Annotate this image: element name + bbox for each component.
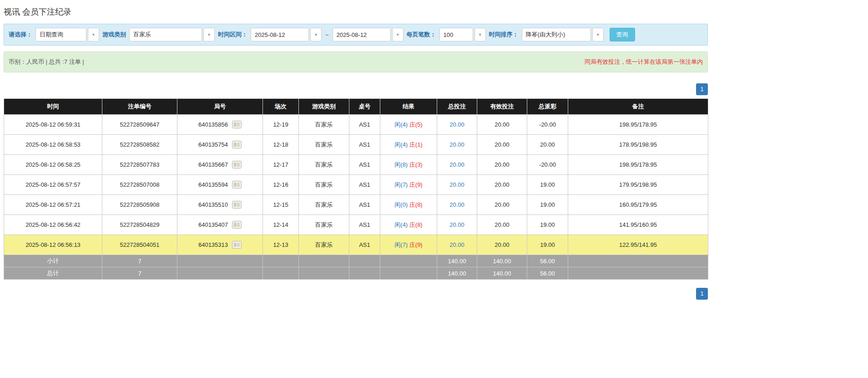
table-row: 2025-08-12 06:59:31522728509647640135856…: [4, 115, 708, 135]
cell-game-type: 百家乐: [299, 195, 349, 215]
game-replay-icon[interactable]: [232, 201, 242, 209]
cell-session: 12-16: [263, 175, 299, 195]
cell-session: 12-18: [263, 135, 299, 155]
cell-game-type: 百家乐: [299, 115, 349, 135]
game-type-label: 游戏类别: [102, 31, 126, 39]
date-from-combo: ▼: [251, 28, 322, 41]
game-replay-icon[interactable]: [232, 121, 242, 128]
search-button[interactable]: 查询: [610, 28, 635, 41]
subtotal-empty-cell: [380, 255, 437, 267]
cell-round: 640135754: [177, 135, 263, 155]
cell-total-bet: 20.00: [437, 175, 477, 195]
game-type-input[interactable]: [129, 28, 202, 41]
result-banker: 庄(1): [409, 141, 423, 148]
table-row: 2025-08-12 06:56:42522728504829640135407…: [4, 215, 708, 235]
game-replay-icon[interactable]: [232, 241, 242, 249]
page-size-caret-button[interactable]: ▼: [474, 28, 486, 41]
date-range-separator: ~: [325, 31, 329, 38]
cell-total-bet: 20.00: [437, 115, 477, 135]
table-row: 2025-08-12 06:56:13522728504051640135313…: [4, 235, 708, 255]
cell-time: 2025-08-12 06:56:42: [4, 215, 102, 235]
subtotal-empty-cell: [349, 255, 380, 267]
cell-game-type: 百家乐: [299, 215, 349, 235]
cell-remark: 198.95/178.95: [568, 155, 708, 175]
column-header: 总投注: [437, 99, 477, 115]
cell-result: 闲(0) 庄(8): [380, 195, 437, 215]
cell-result: 闲(7) 庄(9): [380, 175, 437, 195]
total-bet-link[interactable]: 20.00: [449, 161, 464, 168]
page-number-button[interactable]: 1: [696, 288, 708, 300]
result-player: 闲(7): [394, 241, 408, 248]
table-row: 2025-08-12 06:57:21522728505908640135510…: [4, 195, 708, 215]
cell-bet-id: 522728505908: [102, 195, 177, 215]
cell-round: 640135856: [177, 115, 263, 135]
cell-total-bet: 20.00: [437, 135, 477, 155]
column-header: 备注: [568, 99, 708, 115]
cell-table-no: AS1: [349, 175, 380, 195]
subtotal-empty-cell: [299, 255, 349, 267]
total-bet-link[interactable]: 20.00: [449, 241, 464, 248]
page-size-input[interactable]: [439, 28, 473, 41]
game-replay-icon[interactable]: [232, 141, 242, 148]
column-header: 桌号: [349, 99, 380, 115]
cell-remark: 178.95/198.95: [568, 135, 708, 155]
chevron-down-icon: ▼: [314, 33, 318, 37]
cell-game-type: 百家乐: [299, 155, 349, 175]
query-type-caret-button[interactable]: ▼: [88, 28, 99, 41]
query-type-input[interactable]: [35, 28, 86, 41]
chevron-down-icon: ▼: [396, 33, 399, 37]
round-number: 640135407: [198, 221, 228, 228]
cell-result: 闲(4) 庄(8): [380, 215, 437, 235]
cell-bet-id: 522728509647: [102, 115, 177, 135]
cell-time: 2025-08-12 06:57:57: [4, 175, 102, 195]
total-bet-link[interactable]: 20.00: [449, 141, 464, 148]
result-player: 闲(8): [394, 161, 408, 168]
total-bet-link[interactable]: 20.00: [449, 221, 464, 228]
chevron-down-icon: ▼: [596, 33, 600, 37]
time-sort-label: 时间排序：: [489, 31, 519, 39]
date-from-caret-button[interactable]: ▼: [310, 28, 322, 41]
total-bet-link[interactable]: 20.00: [449, 121, 464, 128]
subtotal-remark: [568, 255, 708, 267]
page: 视讯 会员下注纪录 请选择： ▼ 游戏类别 ▼ 时间区间： ▼ ~ ▼ 每页笔数…: [4, 0, 708, 300]
result-player: 闲(7): [394, 181, 408, 188]
game-type-caret-button[interactable]: ▼: [203, 28, 215, 41]
cell-round: 640135594: [177, 175, 263, 195]
cell-payout: 20.00: [527, 135, 568, 155]
game-replay-icon[interactable]: [232, 221, 242, 229]
round-number: 640135754: [198, 141, 228, 148]
total-empty-cell: [177, 267, 263, 280]
time-sort-combo: ▼: [522, 28, 604, 41]
date-to-input[interactable]: [333, 28, 391, 41]
valid-bet-notice: 同局有效投注，统一计算在该局第一张注单内: [585, 58, 703, 66]
total-bet-link[interactable]: 20.00: [449, 201, 464, 208]
page-number-button[interactable]: 1: [696, 83, 708, 95]
total-empty-cell: [299, 267, 349, 280]
total-total-bet: 140.00: [437, 267, 477, 280]
cell-table-no: AS1: [349, 235, 380, 255]
game-replay-icon[interactable]: [232, 161, 242, 169]
table-row: 2025-08-12 06:58:25522728507783640135667…: [4, 155, 708, 175]
cell-remark: 160.95/179.95: [568, 195, 708, 215]
cell-time: 2025-08-12 06:59:31: [4, 115, 102, 135]
time-sort-input[interactable]: [522, 28, 591, 41]
cell-time: 2025-08-12 06:57:21: [4, 195, 102, 215]
cell-result: 闲(8) 庄(3): [380, 155, 437, 175]
cell-bet-id: 522728504829: [102, 215, 177, 235]
chevron-down-icon: ▼: [92, 33, 96, 37]
filter-bar: 请选择： ▼ 游戏类别 ▼ 时间区间： ▼ ~ ▼ 每页笔数： ▼ 时间排序： …: [4, 24, 708, 46]
cell-payout: 19.00: [527, 235, 568, 255]
total-bet-link[interactable]: 20.00: [449, 181, 464, 188]
result-banker: 庄(5): [409, 121, 423, 128]
time-sort-caret-button[interactable]: ▼: [592, 28, 604, 41]
date-from-input[interactable]: [251, 28, 309, 41]
page-title: 视讯 会员下注纪录: [4, 6, 708, 17]
cell-game-type: 百家乐: [299, 235, 349, 255]
cell-payout: 19.00: [527, 215, 568, 235]
date-to-caret-button[interactable]: ▼: [392, 28, 404, 41]
game-replay-icon[interactable]: [232, 181, 242, 189]
cell-payout: -20.00: [527, 115, 568, 135]
cell-time: 2025-08-12 06:58:53: [4, 135, 102, 155]
cell-round: 640135407: [177, 215, 263, 235]
total-remark: [568, 267, 708, 280]
